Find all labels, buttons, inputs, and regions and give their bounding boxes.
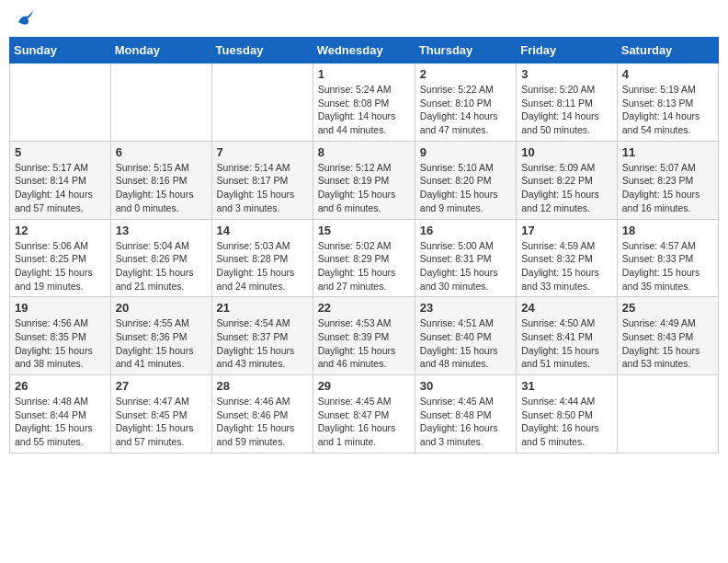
- calendar-day-cell: 23Sunrise: 4:51 AMSunset: 8:40 PMDayligh…: [415, 297, 516, 375]
- day-info: Sunrise: 4:57 AMSunset: 8:33 PMDaylight:…: [622, 239, 713, 293]
- day-number: 22: [318, 301, 410, 315]
- day-info: Sunrise: 5:02 AMSunset: 8:29 PMDaylight:…: [318, 239, 410, 293]
- calendar-week-row: 5Sunrise: 5:17 AMSunset: 8:14 PMDaylight…: [10, 141, 719, 219]
- day-of-week-header: Sunday: [10, 38, 111, 63]
- day-number: 13: [116, 224, 207, 237]
- calendar-day-cell: 27Sunrise: 4:47 AMSunset: 8:45 PMDayligh…: [110, 375, 211, 454]
- day-number: 24: [521, 301, 612, 315]
- calendar-day-cell: 11Sunrise: 5:07 AMSunset: 8:23 PMDayligh…: [617, 141, 718, 219]
- day-info: Sunrise: 5:24 AMSunset: 8:08 PMDaylight:…: [318, 83, 410, 137]
- day-info: Sunrise: 5:03 AMSunset: 8:28 PMDaylight:…: [217, 239, 308, 293]
- calendar-table: SundayMondayTuesdayWednesdayThursdayFrid…: [9, 37, 719, 454]
- calendar-day-cell: 20Sunrise: 4:55 AMSunset: 8:36 PMDayligh…: [110, 297, 211, 375]
- day-number: 5: [15, 145, 106, 159]
- day-number: 12: [15, 224, 106, 237]
- calendar-header-row: SundayMondayTuesdayWednesdayThursdayFrid…: [10, 38, 719, 63]
- calendar-day-cell: 6Sunrise: 5:15 AMSunset: 8:16 PMDaylight…: [110, 141, 211, 219]
- day-info: Sunrise: 4:54 AMSunset: 8:37 PMDaylight:…: [217, 316, 308, 371]
- calendar-day-cell: 1Sunrise: 5:24 AMSunset: 8:08 PMDaylight…: [313, 63, 415, 142]
- day-number: 19: [15, 301, 106, 315]
- calendar-day-cell: 25Sunrise: 4:49 AMSunset: 8:43 PMDayligh…: [617, 297, 718, 375]
- day-info: Sunrise: 4:45 AMSunset: 8:47 PMDaylight:…: [318, 395, 410, 449]
- day-info: Sunrise: 5:17 AMSunset: 8:14 PMDaylight:…: [15, 161, 106, 215]
- day-info: Sunrise: 5:14 AMSunset: 8:17 PMDaylight:…: [217, 161, 308, 215]
- day-number: 17: [521, 224, 612, 237]
- calendar-day-cell: 5Sunrise: 5:17 AMSunset: 8:14 PMDaylight…: [10, 141, 111, 219]
- calendar-day-cell: 3Sunrise: 5:20 AMSunset: 8:11 PMDaylight…: [517, 63, 618, 142]
- day-info: Sunrise: 4:45 AMSunset: 8:48 PMDaylight:…: [420, 395, 511, 449]
- calendar-day-cell: 10Sunrise: 5:09 AMSunset: 8:22 PMDayligh…: [517, 141, 618, 219]
- calendar-day-cell: 19Sunrise: 4:56 AMSunset: 8:35 PMDayligh…: [10, 297, 111, 375]
- day-number: 20: [116, 301, 207, 315]
- day-info: Sunrise: 5:09 AMSunset: 8:22 PMDaylight:…: [521, 161, 612, 215]
- day-info: Sunrise: 5:12 AMSunset: 8:19 PMDaylight:…: [318, 161, 410, 215]
- calendar-day-cell: 9Sunrise: 5:10 AMSunset: 8:20 PMDaylight…: [415, 141, 516, 219]
- day-info: Sunrise: 4:59 AMSunset: 8:32 PMDaylight:…: [521, 239, 612, 293]
- day-of-week-header: Tuesday: [211, 38, 313, 63]
- day-info: Sunrise: 5:00 AMSunset: 8:31 PMDaylight:…: [420, 239, 511, 293]
- day-info: Sunrise: 4:47 AMSunset: 8:45 PMDaylight:…: [116, 395, 207, 449]
- logo: [13, 9, 35, 29]
- calendar-day-cell: 17Sunrise: 4:59 AMSunset: 8:32 PMDayligh…: [517, 219, 618, 297]
- day-number: 25: [622, 301, 713, 315]
- calendar-day-cell: 30Sunrise: 4:45 AMSunset: 8:48 PMDayligh…: [415, 375, 516, 454]
- day-number: 21: [217, 301, 308, 315]
- day-number: 8: [318, 145, 410, 159]
- calendar-day-cell: 31Sunrise: 4:44 AMSunset: 8:50 PMDayligh…: [517, 375, 618, 454]
- calendar-day-cell: 12Sunrise: 5:06 AMSunset: 8:25 PMDayligh…: [10, 219, 111, 297]
- day-info: Sunrise: 4:50 AMSunset: 8:41 PMDaylight:…: [521, 316, 612, 371]
- day-info: Sunrise: 4:44 AMSunset: 8:50 PMDaylight:…: [521, 395, 612, 449]
- calendar-day-cell: 26Sunrise: 4:48 AMSunset: 8:44 PMDayligh…: [10, 375, 111, 454]
- day-of-week-header: Wednesday: [313, 38, 415, 63]
- day-info: Sunrise: 5:07 AMSunset: 8:23 PMDaylight:…: [622, 161, 713, 215]
- calendar-day-cell: 29Sunrise: 4:45 AMSunset: 8:47 PMDayligh…: [313, 375, 415, 454]
- calendar-day-cell: 21Sunrise: 4:54 AMSunset: 8:37 PMDayligh…: [211, 297, 313, 375]
- day-number: 3: [521, 67, 612, 81]
- day-info: Sunrise: 4:46 AMSunset: 8:46 PMDaylight:…: [217, 395, 308, 449]
- day-number: 9: [420, 145, 511, 159]
- day-info: Sunrise: 4:48 AMSunset: 8:44 PMDaylight:…: [15, 395, 106, 449]
- calendar-week-row: 26Sunrise: 4:48 AMSunset: 8:44 PMDayligh…: [10, 375, 719, 454]
- day-number: 27: [116, 379, 207, 393]
- calendar-day-cell: 8Sunrise: 5:12 AMSunset: 8:19 PMDaylight…: [313, 141, 415, 219]
- calendar-day-cell: 24Sunrise: 4:50 AMSunset: 8:41 PMDayligh…: [517, 297, 618, 375]
- day-number: 28: [217, 379, 308, 393]
- day-number: 29: [318, 379, 410, 393]
- day-info: Sunrise: 5:15 AMSunset: 8:16 PMDaylight:…: [116, 161, 207, 215]
- day-number: 16: [420, 224, 511, 237]
- calendar-day-cell: 15Sunrise: 5:02 AMSunset: 8:29 PMDayligh…: [313, 219, 415, 297]
- day-number: 23: [420, 301, 511, 315]
- calendar-day-cell: 22Sunrise: 4:53 AMSunset: 8:39 PMDayligh…: [313, 297, 415, 375]
- calendar-day-cell: 4Sunrise: 5:19 AMSunset: 8:13 PMDaylight…: [617, 63, 718, 142]
- day-of-week-header: Monday: [110, 38, 211, 63]
- calendar-week-row: 1Sunrise: 5:24 AMSunset: 8:08 PMDaylight…: [10, 63, 719, 142]
- day-info: Sunrise: 4:55 AMSunset: 8:36 PMDaylight:…: [116, 316, 207, 371]
- day-info: Sunrise: 5:06 AMSunset: 8:25 PMDaylight:…: [15, 239, 106, 293]
- calendar-day-cell: [211, 63, 313, 142]
- day-info: Sunrise: 5:20 AMSunset: 8:11 PMDaylight:…: [521, 83, 612, 137]
- day-number: 18: [622, 224, 713, 237]
- calendar-day-cell: 28Sunrise: 4:46 AMSunset: 8:46 PMDayligh…: [211, 375, 313, 454]
- calendar-day-cell: 16Sunrise: 5:00 AMSunset: 8:31 PMDayligh…: [415, 219, 516, 297]
- calendar-week-row: 12Sunrise: 5:06 AMSunset: 8:25 PMDayligh…: [10, 219, 719, 297]
- day-info: Sunrise: 5:10 AMSunset: 8:20 PMDaylight:…: [420, 161, 511, 215]
- day-number: 10: [521, 145, 612, 159]
- day-number: 6: [116, 145, 207, 159]
- calendar-day-cell: 7Sunrise: 5:14 AMSunset: 8:17 PMDaylight…: [211, 141, 313, 219]
- calendar-day-cell: 2Sunrise: 5:22 AMSunset: 8:10 PMDaylight…: [415, 63, 516, 142]
- day-number: 4: [622, 67, 713, 81]
- calendar-day-cell: 14Sunrise: 5:03 AMSunset: 8:28 PMDayligh…: [211, 219, 313, 297]
- page-header: [9, 9, 719, 29]
- logo-bird-icon: [15, 9, 35, 29]
- day-of-week-header: Thursday: [415, 38, 516, 63]
- day-number: 15: [318, 224, 410, 237]
- calendar-day-cell: 18Sunrise: 4:57 AMSunset: 8:33 PMDayligh…: [617, 219, 718, 297]
- day-number: 30: [420, 379, 511, 393]
- day-number: 7: [217, 145, 308, 159]
- day-number: 31: [521, 379, 612, 393]
- day-info: Sunrise: 4:49 AMSunset: 8:43 PMDaylight:…: [622, 316, 713, 371]
- calendar-day-cell: [617, 375, 718, 454]
- day-info: Sunrise: 5:22 AMSunset: 8:10 PMDaylight:…: [420, 83, 511, 137]
- day-of-week-header: Saturday: [617, 38, 718, 63]
- day-number: 11: [622, 145, 713, 159]
